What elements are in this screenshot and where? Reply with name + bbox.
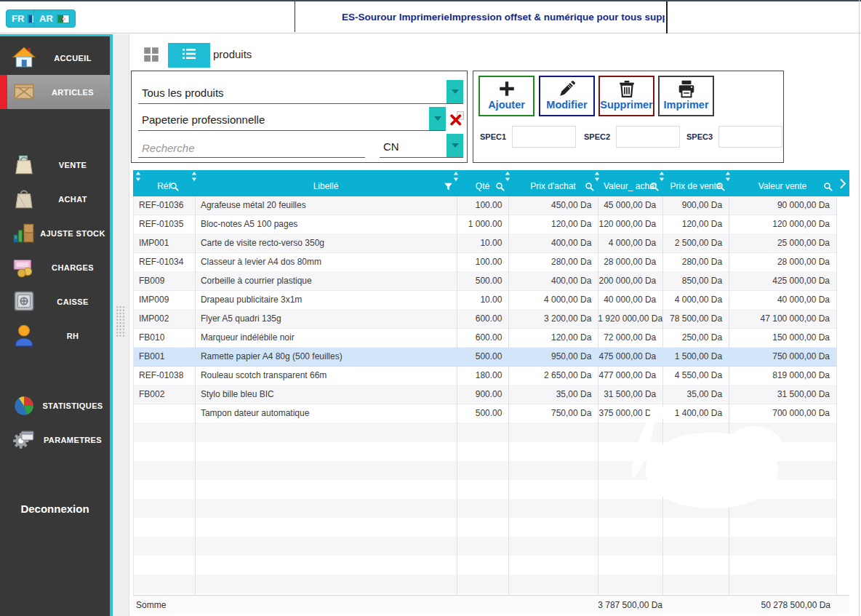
sidebar-item-label: ARTICLES [38, 87, 108, 97]
sort-spinner-icon[interactable] [659, 172, 665, 181]
search-mode-select[interactable]: CN [380, 134, 463, 158]
search-icon[interactable] [169, 182, 179, 191]
search-icon[interactable] [823, 182, 833, 191]
sort-spinner-icon[interactable] [594, 172, 600, 181]
cell-valeur-vente: 40 000,00 Da [729, 291, 836, 310]
sidebar-item-charges[interactable]: CHARGES [0, 250, 110, 284]
sidebar-item-ajuste-stock[interactable]: AJUSTE STOCK [0, 216, 110, 250]
category-select[interactable]: Papeterie professionnelle [138, 107, 446, 131]
column-header-5[interactable]: Prix de vente [662, 170, 729, 196]
search-icon[interactable] [716, 182, 725, 191]
cell-ref: IMP009 [134, 291, 196, 310]
product-family-select[interactable]: Tous les produits [138, 80, 463, 104]
filter-panel: Tous les produits Papeterie professionne… [131, 71, 468, 163]
clear-category-button[interactable] [449, 111, 464, 126]
cell-qte: 100.00 [457, 253, 509, 272]
cell-libelle: Carte de visite recto-verso 350g [196, 234, 457, 253]
cell-prix-achat: 750,00 Da [508, 404, 598, 423]
table-row[interactable]: IMP009Drapeau publicitaire 3x1m10.004 00… [134, 291, 836, 310]
cell-libelle: Agrafeuse métal 20 feuilles [196, 196, 457, 215]
cell-ref: FB001 [134, 348, 196, 367]
cell-valeur-achat: 72 000,00 Da [598, 329, 662, 348]
column-header-3[interactable]: Prix d'achat [508, 170, 598, 196]
table-row-selected[interactable]: FB001Ramette papier A4 80g (500 feuilles… [134, 348, 836, 367]
table-row[interactable]: Tampon dateur automatique500.00750,00 Da… [134, 404, 836, 423]
sort-spinner-icon[interactable] [453, 172, 459, 181]
modifier-button[interactable]: Modifier [539, 76, 595, 116]
sort-spinner-icon[interactable] [191, 172, 197, 181]
cell-ref: REF-01038 [134, 367, 196, 385]
column-header-2[interactable]: Qté [457, 170, 508, 196]
cell-libelle: Rouleau scotch transparent 66m [196, 367, 457, 385]
sort-spinner-icon[interactable] [725, 172, 731, 181]
table-row[interactable]: FB009Corbeille à courrier plastique500.0… [134, 272, 836, 291]
table-row[interactable]: REF-01034Classeur à levier A4 dos 80mm10… [134, 253, 836, 272]
sort-spinner-icon[interactable] [505, 172, 510, 181]
column-header-0[interactable]: Réf [133, 170, 195, 196]
imprimer-label: Imprimer [663, 99, 708, 111]
cell-prix-vente: 900,00 Da [662, 196, 729, 215]
grid-view-icon [141, 54, 161, 66]
spec1-label: SPEC1 [480, 132, 506, 141]
logout-button[interactable]: Deconnexion [0, 503, 110, 515]
sidebar-item-articles[interactable]: ARTICLES [0, 75, 110, 109]
cell-valeur-vente: 819 000,00 Da [729, 367, 836, 385]
sidebar-item-vente[interactable]: VENTE [0, 148, 110, 182]
table-row[interactable]: REF-01038Rouleau scotch transparent 66m1… [134, 367, 836, 385]
column-header-4[interactable]: Valeur_ achat [598, 170, 662, 196]
column-header-1[interactable]: Libellé [195, 170, 457, 196]
supprimer-button[interactable]: Supprimer [598, 76, 654, 116]
sidebar-item-label: AJUSTE STOCK [38, 228, 108, 238]
column-header-6[interactable]: Valeur vente [729, 170, 836, 196]
table-row[interactable]: FB002Stylo bille bleu BIC900.0035,00 Da3… [134, 385, 836, 404]
filter-icon[interactable] [444, 182, 453, 191]
sidebar-item-accueil[interactable]: ACCUEIL [0, 41, 110, 75]
list-view-tab-active[interactable] [168, 43, 210, 68]
table-row[interactable]: FB010Marqueur indélébile noir600.00120,0… [134, 329, 836, 348]
cell-prix-vente: 120,00 Da [662, 215, 729, 234]
sidebar-item-rh[interactable]: RH [0, 319, 110, 353]
cell-qte: 100.00 [457, 196, 509, 215]
table-header-row: RéfLibelléQtéPrix d'achatValeur_ achatPr… [133, 170, 849, 196]
somme-valeur-vente: 50 278 500,00 Da [761, 600, 830, 610]
table-row[interactable]: REF-01036Agrafeuse métal 20 feuilles100.… [134, 196, 836, 215]
language-ar-button[interactable]: AR [33, 9, 76, 28]
ajouter-button[interactable]: Ajouter [478, 76, 534, 116]
sort-spinner-icon[interactable] [135, 172, 141, 181]
imprimer-button[interactable]: Imprimer [658, 76, 714, 116]
scroll-right-arrow[interactable] [836, 170, 849, 196]
cell-ref: REF-01035 [134, 215, 196, 234]
ajouter-label: Ajouter [488, 99, 525, 111]
table-row[interactable]: REF-01035Bloc-notes A5 100 pages1 000.00… [134, 215, 836, 234]
cell-valeur-achat: 28 000,00 Da [598, 253, 662, 272]
chevron-down-icon[interactable] [429, 107, 446, 130]
sidebar-item-parametres[interactable]: PARAMETRES [0, 423, 110, 457]
sidebar-item-label: VENTE [38, 159, 108, 169]
cell-qte: 180.00 [457, 367, 509, 385]
cell-prix-achat: 450,00 Da [508, 196, 598, 215]
sidebar-item-statistiques[interactable]: STATISTIQUES [0, 388, 110, 423]
language-ar-label: AR [39, 13, 53, 24]
spec1-input[interactable] [512, 126, 576, 148]
search-input[interactable] [142, 142, 360, 154]
cell-prix-achat: 3 200,00 Da [508, 310, 598, 329]
sidebar-item-caisse[interactable]: CAISSE [0, 284, 110, 319]
search-icon[interactable] [495, 182, 505, 191]
chevron-down-icon[interactable] [446, 134, 463, 157]
cell-prix-achat: 950,00 Da [508, 348, 598, 367]
cell-ref: IMP002 [134, 310, 196, 329]
search-icon[interactable] [649, 182, 659, 191]
sidebar-item-achat[interactable]: ACHAT [0, 182, 110, 216]
splitter-grip-handle[interactable] [116, 305, 125, 337]
grid-view-button[interactable] [141, 45, 161, 64]
table-row[interactable]: IMP001Carte de visite recto-verso 350g10… [134, 234, 836, 253]
spec3-input[interactable] [718, 126, 782, 148]
spec2-input[interactable] [616, 126, 680, 148]
trash-icon [617, 79, 636, 98]
chevron-down-icon[interactable] [446, 80, 463, 103]
cell-prix-achat: 120,00 Da [508, 329, 598, 348]
column-label: Libellé [313, 181, 339, 191]
table-row[interactable]: IMP002Flyer A5 quadri 135g600.003 200,00… [134, 310, 836, 329]
gear-icon [12, 427, 36, 452]
search-icon[interactable] [585, 182, 594, 191]
